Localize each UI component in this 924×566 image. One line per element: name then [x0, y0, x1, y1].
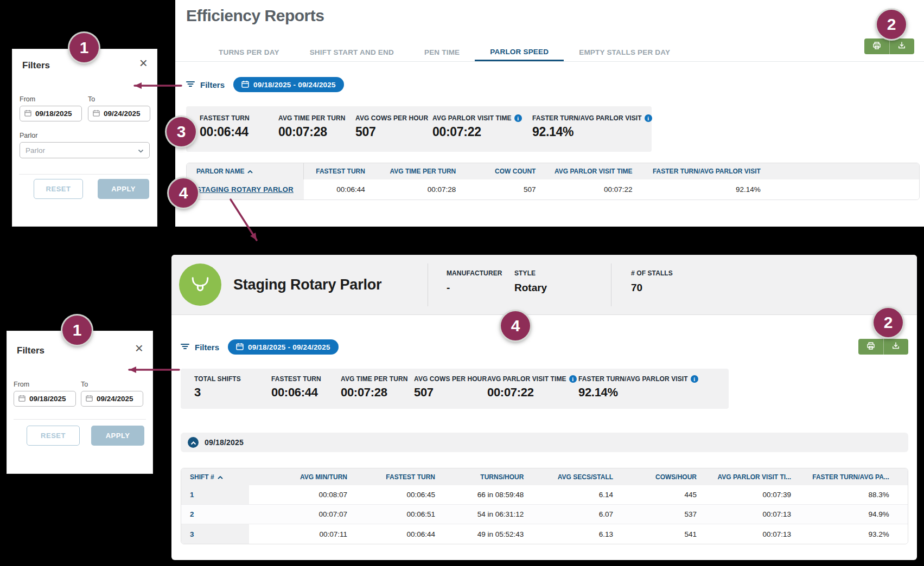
column-header-avg-time-per-turn: AVG TIME PER TURN	[373, 163, 463, 179]
column-header-cows-hour: COWS/HOUR	[621, 468, 704, 485]
from-label: From	[20, 95, 82, 103]
cell-faster-turn: 92.14%	[640, 179, 768, 200]
stat-avg-time-per-turn: AVG TIME PER TURN 00:07:28	[278, 114, 355, 152]
from-date-input[interactable]	[35, 110, 79, 118]
column-header-turns-hour: TURNS/HOUR	[443, 468, 531, 485]
info-icon[interactable]: i	[645, 114, 652, 122]
reset-button[interactable]: RESET	[34, 179, 83, 199]
parlor-header: Staging Rotary Parlor MANUFACTURER - STY…	[171, 255, 917, 315]
efficiency-reports-panel: Efficiency Reports TURNS PER DAY SHIFT S…	[175, 0, 924, 227]
report-tabs: TURNS PER DAY SHIFT START AND END PEN TI…	[175, 43, 924, 62]
cell-cows-hour: 541	[621, 524, 704, 544]
column-header-avg-secs-stall: AVG SECS/STALL	[531, 468, 621, 485]
column-header-parlor-name[interactable]: PARLOR NAME	[187, 163, 304, 179]
tab-pen-time[interactable]: PEN TIME	[409, 43, 475, 61]
column-header-faster-turn: FASTER TURN/AVG PARLOR VISIT	[640, 163, 768, 179]
from-date-group: From	[20, 95, 82, 121]
annotation-badge-1: 1	[62, 316, 92, 345]
dialog-title: Filters	[17, 345, 44, 356]
date-range-chip[interactable]: 09/18/2025 - 09/24/2025	[228, 339, 339, 355]
cell-filler	[768, 179, 919, 200]
column-header-avg-parlor-visit-time: AVG PARLOR VISIT TIME	[543, 163, 640, 179]
cell-cow-count: 507	[463, 179, 543, 200]
stalls-block: # OF STALLS 70	[631, 269, 673, 294]
cell-parlor-name: STAGING ROTARY PARLOR	[187, 179, 304, 200]
filter-funnel-icon[interactable]	[181, 342, 189, 352]
cell-faster-turn: 88.3%	[799, 485, 897, 505]
print-button[interactable]	[864, 38, 889, 54]
download-button[interactable]	[883, 339, 909, 355]
column-header-fastest-turn: FASTEST TURN	[304, 163, 373, 179]
download-icon	[891, 341, 901, 353]
stat-faster-turn-avg-parlor-visit: FASTER TURN/AVG PARLOR VISITi 92.14%	[578, 375, 698, 409]
cell-cows-hour: 445	[621, 485, 704, 505]
stat-faster-turn-avg-parlor-visit: FASTER TURN/AVG PARLOR VISITi 92.14%	[532, 114, 652, 152]
to-date-field[interactable]	[81, 391, 143, 407]
cell-avg-min-turn: 00:08:07	[249, 485, 355, 505]
tab-parlor-speed[interactable]: PARLOR SPEED	[475, 43, 564, 61]
export-button-group	[858, 339, 908, 355]
cell-turns-hour: 66 in 08:59:48	[443, 485, 531, 505]
close-icon[interactable]: ×	[135, 341, 143, 355]
filters-label[interactable]: Filters	[200, 80, 225, 89]
tab-turns-per-day[interactable]: TURNS PER DAY	[203, 43, 295, 61]
stat-avg-cows-per-hour: AVG COWS PER HOUR 507	[355, 114, 432, 152]
printer-icon	[866, 341, 876, 353]
date-range-chip[interactable]: 09/18/2025 - 09/24/2025	[233, 77, 344, 92]
apply-button[interactable]: APPLY	[91, 426, 144, 446]
from-date-field[interactable]	[14, 391, 76, 407]
dialog-title: Filters	[22, 60, 50, 71]
cell-filler	[897, 505, 908, 524]
cell-cows-hour: 537	[621, 505, 704, 524]
annotation-badge-4: 4	[501, 311, 530, 340]
close-icon[interactable]: ×	[139, 56, 148, 70]
cell-fastest-turn: 00:06:51	[355, 505, 443, 524]
cell-shift-number[interactable]: 3	[181, 524, 249, 544]
parlor-select[interactable]: Parlor	[20, 142, 150, 158]
from-date-field[interactable]	[20, 106, 82, 121]
calendar-icon	[18, 394, 26, 404]
divider	[14, 419, 146, 420]
cell-faster-turn: 94.9%	[799, 505, 897, 524]
download-button[interactable]	[889, 38, 915, 54]
stat-avg-parlor-visit-time: AVG PARLOR VISIT TIMEi 00:07:22	[487, 375, 578, 409]
tab-empty-stalls-per-day[interactable]: EMPTY STALLS PER DAY	[564, 43, 685, 61]
to-date-input[interactable]	[97, 395, 140, 403]
parlor-name-title: Staging Rotary Parlor	[233, 276, 381, 293]
info-icon[interactable]: i	[514, 114, 522, 122]
info-icon[interactable]: i	[569, 375, 577, 383]
from-date-group: From	[14, 381, 76, 407]
screenshot-canvas: Efficiency Reports TURNS PER DAY SHIFT S…	[0, 0, 924, 566]
calendar-icon	[241, 80, 249, 89]
filters-label[interactable]: Filters	[195, 343, 219, 352]
divider	[428, 263, 428, 306]
to-date-input[interactable]	[104, 110, 147, 118]
tab-shift-start-and-end[interactable]: SHIFT START AND END	[295, 43, 409, 61]
to-date-field[interactable]	[88, 106, 150, 121]
cell-turns-hour: 49 in 05:52:43	[443, 524, 531, 544]
filters-dialog-bottom: Filters × From To RESET APPLY	[7, 331, 153, 474]
collapse-button[interactable]	[188, 437, 199, 448]
stat-fastest-turn: FASTEST TURN 00:06:44	[271, 375, 341, 409]
shift-row: 3 00:07:11 00:06:44 49 in 05:52:43 6.13 …	[181, 524, 908, 544]
cell-avg-min-turn: 00:07:07	[249, 505, 355, 524]
parlor-link[interactable]: STAGING ROTARY PARLOR	[196, 185, 294, 194]
summary-stats: FASTEST TURN 00:06:44 AVG TIME PER TURN …	[186, 106, 652, 152]
from-date-input[interactable]	[29, 395, 73, 403]
cattle-icon	[188, 271, 213, 298]
parlor-select-placeholder: Parlor	[26, 146, 45, 155]
to-label: To	[81, 381, 143, 388]
column-header-shift[interactable]: SHIFT #	[181, 468, 249, 485]
calendar-icon	[86, 394, 93, 404]
apply-button[interactable]: APPLY	[98, 179, 149, 199]
reset-button[interactable]: RESET	[27, 426, 80, 446]
print-button[interactable]	[858, 339, 883, 355]
filter-funnel-icon[interactable]	[186, 80, 195, 89]
cell-shift-number[interactable]: 2	[181, 505, 249, 524]
cell-shift-number[interactable]: 1	[181, 485, 249, 505]
to-date-group: To	[81, 381, 143, 407]
cell-fastest-turn: 00:06:44	[355, 524, 443, 544]
column-header-filler	[768, 163, 919, 179]
shift-row: 2 00:07:07 00:06:51 54 in 06:31:12 6.07 …	[181, 505, 908, 524]
info-icon[interactable]: i	[691, 375, 698, 383]
